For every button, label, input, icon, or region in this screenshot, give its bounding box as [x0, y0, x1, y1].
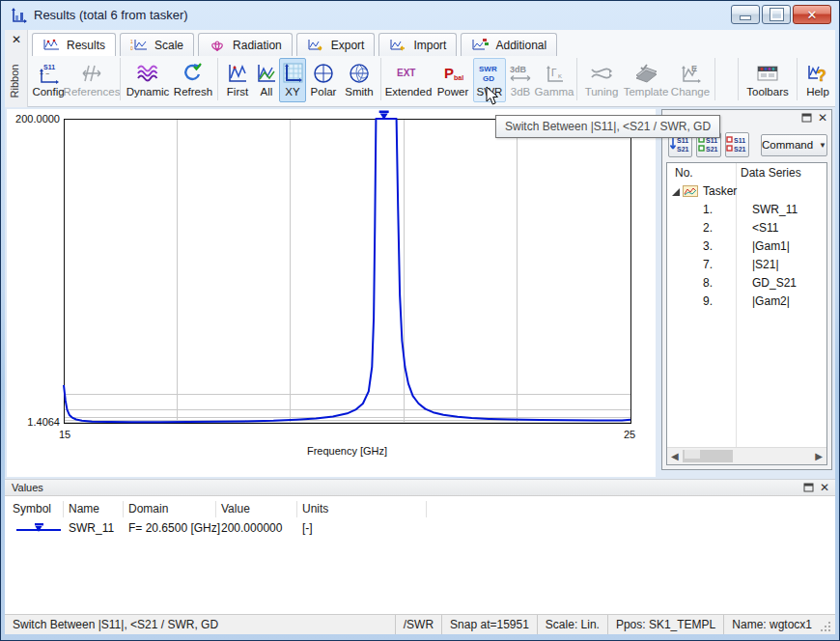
- float-panel-icon[interactable]: [801, 113, 812, 123]
- dynamic-label: Dynamic: [126, 86, 170, 98]
- ribbon-close-button[interactable]: ✕: [9, 33, 24, 48]
- s11-s21-select-red-button[interactable]: S11 S21: [725, 132, 749, 157]
- svg-text:S21: S21: [677, 146, 689, 153]
- tuning-label: Tuning: [585, 86, 619, 98]
- chart-panel[interactable]: 200.0000 1.4064 15 25 Frequency [GHz]: [7, 109, 656, 477]
- tree-expander-icon[interactable]: [672, 188, 680, 196]
- extended-button[interactable]: EXT Extended: [384, 58, 433, 102]
- values-row[interactable]: SWR_11 F= 20.6500 [GHz] 200.000000 [-]: [5, 519, 835, 539]
- config-button[interactable]: S11+ − Config: [30, 58, 67, 102]
- template-button[interactable]: Template: [623, 58, 669, 102]
- tab-radiation[interactable]: Radiation: [198, 33, 293, 56]
- title-bar[interactable]: Results (total 6 from tasker) ✕: [1, 1, 839, 30]
- app-icon: [11, 8, 27, 24]
- tuning-button[interactable]: Tuning: [580, 58, 623, 102]
- toolbar-separator: [120, 58, 121, 100]
- config-icon: S11+ −: [37, 62, 60, 85]
- svg-text:GD: GD: [483, 74, 494, 83]
- scroll-right-icon[interactable]: ▶: [815, 450, 823, 462]
- grip-dots-icon: [821, 622, 832, 633]
- series-row[interactable]: 9.|Gam2|: [667, 293, 826, 311]
- series-row[interactable]: 8.GD_S21: [667, 274, 826, 293]
- value-name: SWR_11: [69, 521, 114, 535]
- change-button[interactable]: E Change: [669, 58, 712, 102]
- series-row[interactable]: 2.<S11: [667, 219, 826, 237]
- column-divider: [215, 501, 216, 517]
- threedb-icon: 3dB: [508, 62, 533, 85]
- tab-import[interactable]: Import: [378, 33, 457, 56]
- power-button[interactable]: Pbal Power: [433, 58, 473, 102]
- extended-icon: EXT: [394, 62, 423, 85]
- tab-additional[interactable]: Additional: [461, 33, 557, 56]
- minimize-icon: [740, 15, 751, 20]
- threedb-button[interactable]: 3dB 3dB: [506, 58, 535, 102]
- additional-tab-icon: [471, 39, 489, 51]
- first-button[interactable]: First: [221, 58, 254, 102]
- refresh-label: Refresh: [174, 86, 212, 98]
- s11-s21-select-green-icon: S11 S21: [698, 135, 719, 154]
- series-row[interactable]: 1.SWR_11: [667, 201, 826, 219]
- series-group-row[interactable]: Tasker: [667, 182, 826, 201]
- chart-plot-svg[interactable]: [7, 109, 656, 477]
- restore-button[interactable]: [762, 5, 791, 24]
- smith-button[interactable]: Smith: [341, 58, 378, 102]
- dynamic-button[interactable]: Dynamic: [124, 58, 172, 102]
- references-button[interactable]: References: [67, 58, 117, 102]
- svg-text:EXT: EXT: [397, 68, 415, 78]
- all-label: All: [261, 86, 273, 98]
- config-label: Config: [32, 86, 64, 98]
- resize-grip[interactable]: [820, 615, 833, 634]
- series-group-label: Tasker: [703, 184, 737, 198]
- radiation-tab-icon: [209, 39, 226, 51]
- x-axis-max-label: 25: [624, 429, 635, 440]
- toolbars-label: Toolbars: [746, 86, 788, 98]
- xy-button[interactable]: XY: [279, 58, 306, 102]
- svg-text:S11: S11: [734, 137, 745, 144]
- toolbar-separator: [714, 58, 715, 100]
- series-row[interactable]: 7.|S21|: [667, 256, 826, 274]
- svg-text:bal: bal: [454, 74, 463, 81]
- data-series-table: No. Data Series Tasker 1.SWR_11 2.<S11 3…: [666, 162, 827, 465]
- scroll-left-icon[interactable]: ◀: [671, 450, 679, 462]
- refresh-button[interactable]: Refresh: [172, 58, 214, 102]
- all-button[interactable]: All: [254, 58, 279, 102]
- command-dropdown-button[interactable]: Command ▼: [761, 134, 827, 156]
- close-button[interactable]: ✕: [793, 5, 831, 24]
- all-icon: [255, 62, 278, 85]
- tab-results[interactable]: Results: [32, 33, 116, 56]
- close-panel-icon[interactable]: ✕: [820, 482, 829, 493]
- close-panel-icon[interactable]: ✕: [818, 112, 827, 124]
- col-symbol: Symbol: [13, 502, 51, 516]
- y-axis-max-label: 200.0000: [7, 113, 60, 125]
- toolbar-separator: [217, 58, 218, 100]
- horizontal-scrollbar[interactable]: ◀ ▶: [667, 447, 826, 464]
- series-row[interactable]: 3.|Gam1|: [667, 237, 826, 256]
- tab-label: Additional: [495, 39, 546, 52]
- col-domain: Domain: [128, 502, 168, 516]
- results-tab-icon: [42, 39, 60, 51]
- ribbon: ✕ Ribbon Results 10 Scale Radiation: [5, 30, 835, 107]
- tab-export[interactable]: Export: [296, 33, 376, 56]
- tab-scale[interactable]: 10 Scale: [120, 33, 194, 56]
- tab-label: Radiation: [233, 39, 282, 52]
- template-label: Template: [624, 86, 669, 98]
- ribbon-side-label: Ribbon: [9, 52, 22, 110]
- help-button[interactable]: ? Help: [800, 58, 835, 102]
- svg-text:S11: S11: [706, 137, 717, 144]
- value-value: 200.000000: [221, 521, 282, 535]
- smith-label: Smith: [345, 86, 373, 98]
- float-panel-icon[interactable]: [803, 483, 814, 492]
- toolbar-separator: [380, 58, 381, 100]
- polar-button[interactable]: Polar: [306, 58, 341, 102]
- gamma-button[interactable]: ΓK Gamma: [535, 58, 574, 102]
- values-table-header: Symbol Name Domain Value Units: [5, 500, 835, 519]
- minimize-button[interactable]: [731, 5, 760, 24]
- toolbars-button[interactable]: Toolbars: [742, 58, 794, 102]
- import-tab-icon: [389, 39, 406, 51]
- xy-label: XY: [285, 86, 299, 98]
- command-label: Command: [762, 139, 813, 151]
- help-label: Help: [806, 86, 829, 98]
- svg-text:Γ: Γ: [551, 68, 557, 78]
- ribbon-tabs: Results 10 Scale Radiation Export Import: [32, 33, 557, 56]
- toolbar-separator: [738, 58, 739, 100]
